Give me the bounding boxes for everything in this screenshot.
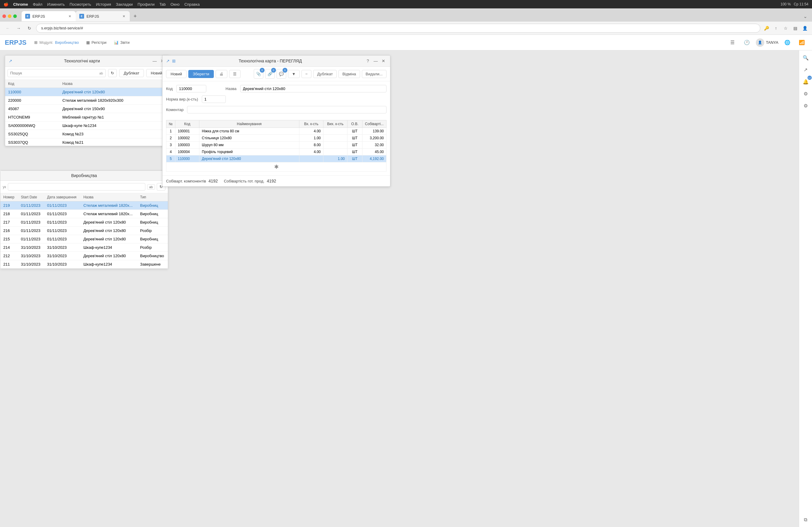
forward-btn[interactable]: → (14, 24, 23, 32)
detail-add-row[interactable]: ✱ (166, 162, 387, 172)
open-icon[interactable]: ↗ (9, 59, 12, 63)
mfg-table-scroll[interactable]: Номер Start Date Дата завершення Назва Т… (0, 193, 168, 269)
menu-bookmarks[interactable]: Закладки (116, 2, 133, 6)
detail-minus-btn[interactable]: − (302, 70, 312, 78)
reader-view-icon[interactable]: ▤ (792, 25, 799, 32)
apple-menu-icon[interactable]: 🍎 (4, 2, 9, 6)
share-icon[interactable]: ↑ (772, 25, 780, 32)
mfg-search-input[interactable] (8, 183, 145, 191)
user-menu[interactable]: 👤 TANYA (756, 39, 778, 47)
minimize-window-btn[interactable] (8, 14, 11, 18)
detail-print-btn[interactable]: 🖨 (216, 70, 227, 78)
menu-help[interactable]: Справка (184, 2, 200, 6)
detail-dropdown-btn[interactable]: ▼ (288, 70, 300, 78)
tech-cards-search-container[interactable]: ab (8, 69, 106, 77)
detail-list-btn[interactable]: ☰ (229, 70, 241, 78)
detail-close-btn[interactable]: ✕ (380, 58, 387, 64)
name-input[interactable] (240, 85, 387, 92)
dt-add-cell[interactable]: ✱ (166, 162, 387, 172)
mfg-type-cell: Виробництво (137, 252, 168, 260)
reload-btn[interactable]: ↻ (25, 24, 34, 32)
menu-file[interactable]: Файл (33, 2, 42, 6)
detail-help-btn[interactable]: ? (365, 58, 371, 64)
detail-row[interactable]: 3 100003 Шуруп 80 мм 8.00 ШТ 32.00 (166, 142, 387, 149)
tech-cards-row[interactable]: SS3025QQ Комод №23 (5, 130, 169, 138)
sidebar-notifications-icon[interactable]: 🔔 12 (801, 77, 811, 87)
detail-link-btn[interactable]: 🔗 0 (265, 69, 275, 79)
sidebar-copy-icon[interactable]: ⧉ (801, 515, 811, 525)
modules-nav-item[interactable]: ⊞ Модулі: Виробництво (31, 39, 82, 46)
detail-minimize-btn[interactable]: — (373, 58, 379, 64)
tab-list-btn[interactable]: ⌄ (803, 14, 807, 19)
detail-row[interactable]: 1 100001 Ніжка для стола 80 см 4.00 ШТ 1… (166, 128, 387, 135)
detail-duplicate-btn[interactable]: Дублікат (313, 70, 337, 78)
sidebar-search-icon[interactable]: 🔍 (801, 53, 811, 62)
minimize-panel-btn[interactable]: — (151, 58, 158, 64)
menu-view[interactable]: Посмотреть (70, 2, 91, 6)
reports-nav-item[interactable]: 📊 Звіти (111, 39, 133, 46)
language-btn[interactable]: 🌐 (782, 37, 793, 48)
extension-icon[interactable]: 👤 (801, 25, 808, 32)
mfg-name-cell: Стелаж металевий 1820x... (81, 210, 137, 218)
mfg-row[interactable]: 211 31/10/2023 31/10/2023 Шкаф-купе1234 … (0, 260, 168, 269)
mfg-row[interactable]: 214 31/10/2023 31/10/2023 Шкаф-купе1234 … (0, 243, 168, 252)
tech-cards-row[interactable]: 220000 Стелаж металевий 1820x920x300 (5, 96, 169, 105)
new-tab-btn[interactable]: + (131, 12, 139, 20)
sidebar-settings-icon[interactable]: ⚙ (801, 89, 811, 99)
mfg-row[interactable]: 217 01/11/2023 01/11/2023 Дерев'яний сті… (0, 218, 168, 227)
mfg-row[interactable]: 219 01/11/2023 01/11/2023 Стелаж металев… (0, 201, 168, 210)
menu-window[interactable]: Окно (171, 2, 179, 6)
browser-tab-1[interactable]: E ERPJS ✕ (21, 11, 76, 21)
bookmark-star-icon[interactable]: ☆ (782, 25, 789, 32)
menu-toggle-btn[interactable]: ☰ (727, 37, 738, 48)
mfg-row[interactable]: 218 01/11/2023 01/11/2023 Стелаж металев… (0, 210, 168, 218)
tab-close-2[interactable]: ✕ (121, 14, 126, 19)
tc-name-cell: Дерев'яний стіл 150x90 (59, 105, 169, 113)
detail-attach-btn[interactable]: 📎 0 (254, 69, 263, 79)
browser-tab-2[interactable]: E ERPJS ✕ (76, 11, 130, 21)
tech-cards-row[interactable]: HTCONEM9 Меблевий гарнітур №1 (5, 113, 169, 122)
chrome-menu-item[interactable]: Chrome (13, 2, 28, 6)
tab-close-1[interactable]: ✕ (67, 14, 72, 19)
refresh-btn[interactable]: ↻ (108, 69, 117, 77)
detail-new-btn[interactable]: Новий (166, 70, 187, 78)
detail-open-icon[interactable]: ↗ (166, 59, 170, 63)
back-btn[interactable]: ← (4, 24, 12, 32)
menu-history[interactable]: История (96, 2, 111, 6)
tech-cards-row[interactable]: 45087 Дерев'яний стіл 150x90 (5, 105, 169, 113)
tech-cards-row[interactable]: SA0000006WQ Шкаф-купе №1234 (5, 122, 169, 130)
detail-comment-btn[interactable]: 💬 0 (277, 69, 286, 79)
clock-btn[interactable]: 🕐 (741, 37, 752, 48)
menu-edit[interactable]: Изменить (47, 2, 65, 6)
dt-num-cell: 4 (166, 149, 175, 155)
close-window-btn[interactable] (2, 14, 6, 18)
registry-nav-item[interactable]: ▦ Регістри (83, 39, 110, 46)
tech-cards-row[interactable]: SS3037QQ Комод №21 (5, 138, 169, 146)
menu-profiles[interactable]: Профили (137, 2, 155, 6)
detail-grid-icon[interactable]: ⊞ (172, 59, 176, 63)
maximize-window-btn[interactable] (13, 14, 17, 18)
detail-row[interactable]: 4 100004 Профіль торцевий 4.00 ШТ 45.00 (166, 149, 387, 155)
virobnictvo-label[interactable]: Виробництво (55, 40, 79, 45)
tech-cards-row[interactable]: 110000 Дерев'яний стіл 120x80 (5, 88, 169, 96)
tech-cards-table-scroll[interactable]: Код Назва 110000 Дерев'яний стіл 120x80 … (5, 80, 169, 146)
password-icon[interactable]: 🔑 (763, 25, 770, 32)
detail-delete-btn[interactable]: Видали... (362, 70, 387, 78)
menu-tab[interactable]: Tab (159, 2, 166, 6)
detail-save-btn[interactable]: Зберегти (188, 70, 214, 78)
comment-input[interactable] (187, 106, 387, 114)
sidebar-open-icon[interactable]: ↗ (801, 65, 811, 74)
detail-cancel-btn[interactable]: Відміна (338, 70, 360, 78)
url-bar[interactable]: s.erpjs.biz/test-service/# (36, 24, 760, 33)
detail-row[interactable]: 5 110000 Дерев'яний стіл 120x80 1.00 ШТ … (166, 155, 387, 162)
wifi-btn[interactable]: 📶 (796, 37, 807, 48)
sidebar-filter-icon[interactable]: ⚙ (801, 101, 811, 110)
duplicate-btn[interactable]: Дублікат (119, 69, 144, 77)
tech-cards-search-input[interactable] (10, 71, 98, 75)
code-input[interactable] (176, 85, 206, 92)
detail-row[interactable]: 2 100002 Стільниця 120x80 1.00 ШТ 3,200.… (166, 135, 387, 142)
mfg-row[interactable]: 212 31/10/2023 31/10/2023 Дерев'яний сті… (0, 252, 168, 260)
norm-input[interactable] (202, 95, 226, 103)
mfg-row[interactable]: 216 01/11/2023 01/11/2023 Дерев'яний сті… (0, 227, 168, 235)
mfg-row[interactable]: 215 01/11/2023 01/11/2023 Дерев'яний сті… (0, 235, 168, 243)
